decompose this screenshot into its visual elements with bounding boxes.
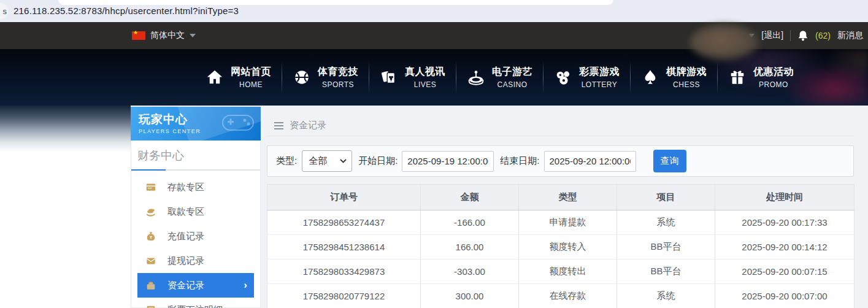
sidebar-item-label: 彩票下注明细	[167, 304, 223, 308]
type: 额度转入	[519, 235, 617, 260]
end-date-input[interactable]	[544, 151, 636, 172]
order-no: 1758298451238614	[267, 235, 421, 260]
amount: 166.00	[421, 235, 519, 260]
new-messages-link[interactable]: 新消息	[837, 30, 863, 41]
list-icon	[145, 304, 156, 308]
players-center-header: 玩家中心 PLAYERS CENTER	[131, 107, 261, 141]
fund-bag-icon	[145, 280, 156, 291]
type-label: 类型:	[276, 155, 297, 167]
table-header-row: 订单号 金额 类型 项目 处理时间	[267, 185, 855, 210]
address-bar-pill	[58, 0, 613, 5]
hand-coin-icon	[145, 206, 156, 217]
amount: -166.00	[421, 210, 519, 235]
sidebar-item-withdrawal-records[interactable]: 提现记录	[137, 248, 254, 273]
nav-items: 网站首页HOME 体育竞技SPORTS 真人视讯LIVES 电子游艺CASINO…	[195, 49, 804, 106]
table-row: 1758298653274437 -166.00 申请提款 系统 2025-09…	[267, 210, 855, 235]
sidebar-item-deposit-zone[interactable]: 存款专区	[137, 175, 254, 199]
sports-ball-icon	[293, 68, 311, 87]
sidebar-item-recharge-records[interactable]: 充值记录	[137, 224, 254, 248]
col-amount: 金额	[421, 185, 519, 210]
sidebar-item-lottery-bet-details[interactable]: 彩票下注明细	[137, 298, 254, 308]
start-date-input[interactable]	[402, 151, 494, 172]
fund-records-table: 订单号 金额 类型 项目 处理时间 1758298653274437 -166.…	[267, 184, 855, 308]
start-date-label: 开始日期:	[358, 155, 398, 167]
user-chevron-down-icon[interactable]	[748, 34, 755, 37]
order-no: 1758298020779122	[267, 284, 421, 308]
sidebar-item-fund-records[interactable]: 资金记录 ›	[137, 273, 254, 298]
breadcrumb: 资金记录	[267, 115, 854, 136]
order-no: 1758298653274437	[267, 210, 421, 235]
sidebar-subtitle: PLAYERS CENTER	[139, 128, 261, 134]
language-selector[interactable]: ★ 简体中文	[132, 22, 196, 49]
process-time: 2025-09-20 00:14:12	[715, 235, 855, 260]
page-title: 资金记录	[290, 120, 326, 131]
col-project: 项目	[617, 185, 715, 210]
nav-item-promo[interactable]: 优惠活动PROMO	[718, 66, 804, 90]
nav-item-home[interactable]: 网站首页HOME	[195, 66, 282, 90]
language-label: 简体中文	[150, 30, 185, 41]
sidebar-title: 玩家中心	[139, 112, 261, 128]
user-group: [退出] (62) 新消息	[748, 22, 863, 49]
page: s 216.118.235.52:8783/hhcp/usercenter.ht…	[0, 0, 868, 308]
gift-icon	[728, 68, 747, 87]
project: 系统	[617, 284, 715, 308]
menu-toggle-icon[interactable]	[274, 122, 283, 129]
nav-item-casino[interactable]: 电子游艺CASINO	[456, 66, 543, 90]
deposit-card-icon	[145, 182, 156, 193]
notification-bell-icon[interactable]	[797, 30, 808, 42]
logout-button[interactable]: [退出]	[761, 30, 783, 41]
background	[0, 152, 131, 308]
roulette-icon	[467, 68, 485, 87]
home-icon	[205, 68, 224, 87]
project: BB平台	[617, 260, 715, 284]
type-select[interactable]: 全部	[302, 150, 352, 172]
topbar: ★ 简体中文 [退出] (62) 新消息	[0, 22, 868, 49]
chevron-down-icon	[190, 34, 196, 37]
message-count-badge[interactable]: (62)	[815, 31, 831, 40]
envelope-card-icon	[145, 255, 156, 266]
main-panel: 资金记录 类型: 全部 开始日期: 结束日期: 查询 订单号	[267, 106, 854, 308]
nav-item-lottery[interactable]: 彩票游戏LOTTERY	[543, 66, 630, 90]
sidebar-item-label: 提现记录	[167, 255, 204, 267]
table-row: 1758298451238614 166.00 额度转入 BB平台 2025-0…	[267, 235, 855, 260]
col-order-no: 订单号	[267, 185, 421, 210]
sidebar-item-withdraw-zone[interactable]: 取款专区	[137, 199, 254, 224]
col-process-time: 处理时间	[715, 185, 855, 210]
process-time: 2025-09-20 00:07:15	[715, 260, 855, 284]
content-area: 玩家中心 PLAYERS CENTER 财务中心 存款专区 取款专区 充值记录	[0, 106, 868, 308]
type: 申请提款	[519, 210, 617, 235]
section-title-finance: 财务中心	[131, 141, 260, 164]
order-no: 1758298033429873	[267, 260, 421, 284]
url-text[interactable]: 216.118.235.52:8783/hhcp/usercenter.html…	[13, 6, 239, 16]
spade-icon	[641, 68, 659, 87]
process-time: 2025-09-20 00:17:33	[715, 210, 855, 235]
project: BB平台	[617, 235, 715, 260]
section-underline	[131, 169, 260, 171]
browser-address-bar[interactable]: s 216.118.235.52:8783/hhcp/usercenter.ht…	[0, 0, 868, 22]
divider	[790, 30, 791, 41]
project: 系统	[617, 210, 715, 235]
sidebar-item-label: 存款专区	[167, 182, 204, 193]
china-flag-icon: ★	[132, 31, 145, 40]
background-gradient	[0, 106, 131, 152]
sidebar: 玩家中心 PLAYERS CENTER 财务中心 存款专区 取款专区 充值记录	[131, 107, 261, 308]
chevron-right-icon: ›	[244, 279, 247, 291]
type: 在线存款	[519, 284, 617, 308]
sidebar-item-label: 取款专区	[167, 206, 204, 218]
amount: 300.00	[421, 284, 519, 308]
process-time: 2025-09-20 00:07:00	[715, 284, 855, 308]
nav-item-sports[interactable]: 体育竞技SPORTS	[282, 66, 369, 90]
search-button[interactable]: 查询	[653, 150, 686, 172]
table-row: 1758298020779122 300.00 在线存款 系统 2025-09-…	[267, 284, 855, 308]
type: 额度转出	[519, 260, 617, 284]
amount: -303.00	[421, 260, 519, 284]
nav-item-lives[interactable]: 真人视讯LIVES	[369, 66, 456, 90]
table-row: 1758298033429873 -303.00 额度转出 BB平台 2025-…	[267, 260, 855, 284]
sidebar-item-label: 资金记录	[167, 280, 204, 291]
filter-bar: 类型: 全部 开始日期: 结束日期: 查询	[267, 145, 854, 177]
browser-icon: s	[0, 3, 9, 19]
nav-item-chess[interactable]: 棋牌游戏CHESS	[631, 66, 717, 90]
end-date-label: 结束日期:	[500, 155, 539, 167]
select-chevron-icon	[340, 159, 347, 163]
sidebar-item-label: 充值记录	[167, 231, 204, 242]
